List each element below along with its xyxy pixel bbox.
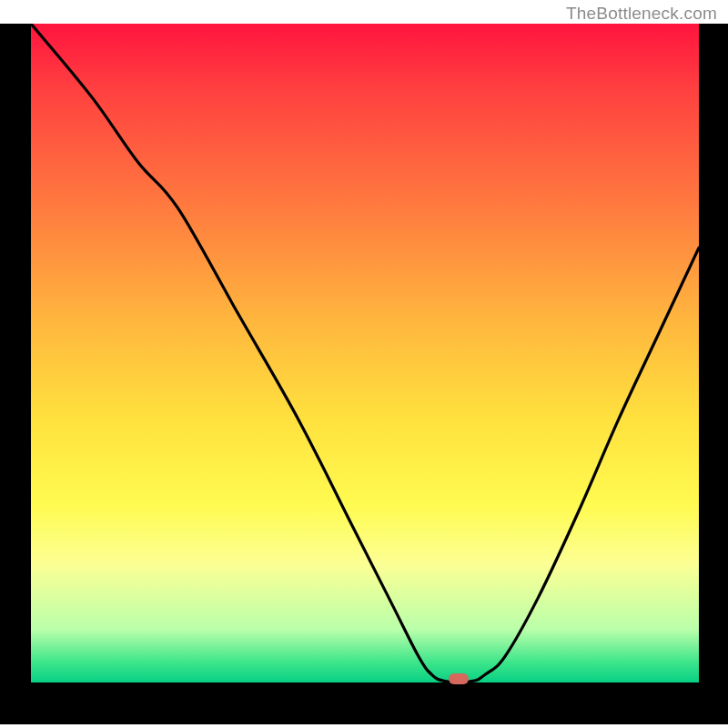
bottleneck-chart bbox=[0, 24, 728, 724]
watermark-text: TheBottleneck.com bbox=[566, 4, 717, 24]
right-border bbox=[699, 24, 728, 724]
bottleneck-curve bbox=[31, 24, 699, 682]
chart-container: TheBottleneck.com bbox=[0, 0, 728, 728]
x-axis bbox=[31, 682, 699, 724]
optimum-marker bbox=[449, 673, 469, 684]
y-axis bbox=[0, 24, 31, 724]
